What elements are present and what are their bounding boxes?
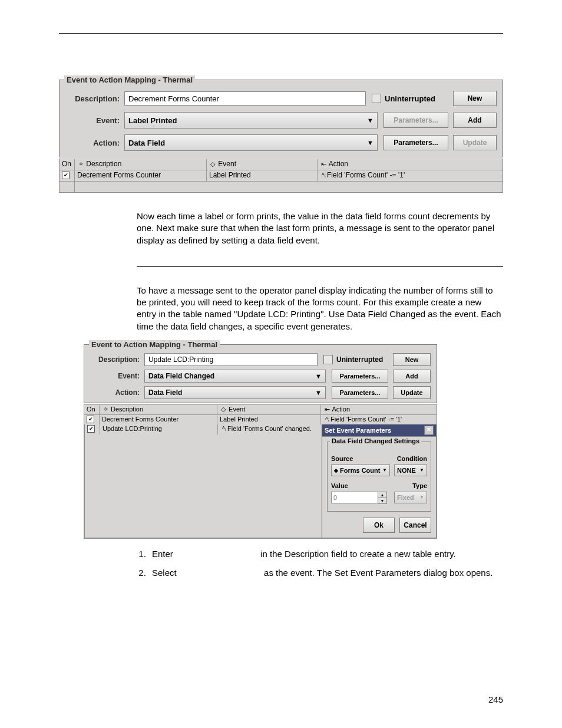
update-button[interactable]: Update (453, 135, 497, 150)
action-parameters-button[interactable]: Parameters... (332, 386, 388, 399)
chevron-down-icon: ▼ (367, 117, 373, 124)
type-label: Type (412, 482, 427, 489)
event-label: Event: (65, 116, 124, 125)
chevron-down-icon: ▼ (367, 139, 373, 146)
description-label: Description: (90, 355, 144, 364)
table-row[interactable]: ✔ Decrement Forms Counter Label Printed … (84, 414, 437, 424)
action-icon: ⇤ (320, 160, 327, 168)
table-row[interactable]: ✔ Decrement Forms Counter Label Printed … (59, 170, 503, 181)
uninterrupted-label: Uninterrupted (336, 355, 383, 364)
row-checkbox[interactable]: ✔ (87, 425, 95, 433)
source-label: Source (331, 455, 353, 462)
uninterrupted-checkbox[interactable]: Uninterrupted (323, 355, 388, 364)
ok-button[interactable]: Ok (363, 518, 395, 533)
description-icon: ✧ (102, 406, 109, 413)
table-row[interactable]: ✔ Update LCD:Printing ᴬᵢField 'Forms Cou… (85, 424, 322, 434)
description-input[interactable] (144, 353, 318, 366)
action-label: Action: (90, 388, 144, 397)
event-mapping-panel-1: Event to Action Mapping - Thermal Descri… (59, 80, 503, 157)
field-icon: ᴬᵢ (320, 172, 327, 179)
chevron-down-icon: ▼ (315, 370, 322, 382)
steps-list: Enter in the Description field to create… (137, 548, 503, 580)
col-on-header: On (84, 404, 100, 414)
mapping-table-1: On ✧ Description ◇ Event ⇤ Action ✔ Decr… (59, 159, 503, 193)
source-select[interactable]: ◆Forms Count ▼ (331, 465, 390, 476)
event-parameters-button[interactable]: Parameters... (384, 113, 448, 128)
action-label: Action: (65, 139, 124, 147)
condition-label: Condition (397, 455, 427, 462)
value-input[interactable] (331, 492, 378, 503)
event-icon: ◇ (220, 406, 227, 413)
row-checkbox[interactable]: ✔ (87, 416, 94, 423)
chevron-down-icon: ▼ (315, 387, 322, 398)
col-desc-header: Description (86, 160, 121, 168)
col-event-header: Event (218, 160, 236, 168)
field-icon: ᴬᵢ (220, 425, 227, 433)
panel2-title: Event to Action Mapping - Thermal (89, 340, 220, 349)
type-select[interactable]: Fixed ▼ (394, 492, 427, 503)
popup-group-title: Data Field Changed Settings (330, 437, 421, 444)
col-on-header: On (59, 159, 75, 170)
spinner-down-icon[interactable]: ▼ (378, 498, 386, 503)
uninterrupted-label: Uninterrupted (385, 94, 435, 103)
value-label: Value (331, 482, 348, 489)
set-event-parameters-dialog: Set Event Parameters ✕ Data Field Change… (322, 424, 436, 538)
row-checkbox[interactable]: ✔ (62, 172, 70, 179)
description-input[interactable] (124, 91, 366, 106)
update-button[interactable]: Update (393, 386, 431, 399)
spinner-up-icon[interactable]: ▲ (378, 492, 386, 498)
new-button[interactable]: New (453, 91, 497, 106)
action-select[interactable]: Data Field▼ (124, 134, 378, 151)
mapping-table-2: On ✧ Description ◇ Event ⇤ Action ✔ Decr… (84, 404, 437, 539)
datafield-icon: ◆ (334, 467, 338, 473)
popup-title: Set Event Parameters (325, 427, 391, 434)
page-number: 245 (488, 694, 503, 704)
uninterrupted-checkbox[interactable]: Uninterrupted (372, 94, 448, 103)
chevron-down-icon: ▼ (419, 495, 424, 500)
chevron-down-icon: ▼ (382, 467, 387, 473)
add-button[interactable]: Add (453, 113, 497, 128)
event-select[interactable]: Label Printed▼ (124, 112, 378, 129)
paragraph-1: Now each time a label or form prints, th… (137, 210, 503, 246)
event-icon: ◇ (209, 160, 216, 168)
section-divider (137, 266, 503, 267)
description-label: Description: (65, 94, 124, 103)
chevron-down-icon: ▼ (419, 467, 424, 473)
action-select[interactable]: Data Field▼ (144, 386, 326, 399)
close-icon[interactable]: ✕ (424, 426, 434, 435)
event-label: Event: (90, 372, 144, 380)
condition-select[interactable]: NONE ▼ (394, 465, 427, 476)
add-button[interactable]: Add (393, 370, 431, 383)
value-spinner[interactable]: ▲▼ (331, 492, 387, 504)
paragraph-2: To have a message sent to the operator p… (137, 285, 503, 332)
cancel-button[interactable]: Cancel (399, 518, 431, 533)
panel1-title: Event to Action Mapping - Thermal (64, 75, 195, 84)
page-top-rule (59, 33, 503, 34)
action-parameters-button[interactable]: Parameters... (384, 135, 448, 150)
description-icon: ✧ (77, 160, 84, 168)
field-icon: ᴬᵢ (323, 416, 330, 423)
col-action-header: Action (329, 160, 348, 168)
event-mapping-panel-2: Event to Action Mapping - Thermal Descri… (84, 344, 437, 403)
action-icon: ⇤ (323, 406, 330, 413)
event-select[interactable]: Data Field Changed▼ (144, 370, 326, 383)
list-item: Enter in the Description field to create… (148, 548, 503, 561)
new-button[interactable]: New (393, 353, 431, 366)
event-parameters-button[interactable]: Parameters... (332, 370, 388, 383)
list-item: Select as the event. The Set Event Param… (148, 566, 503, 580)
